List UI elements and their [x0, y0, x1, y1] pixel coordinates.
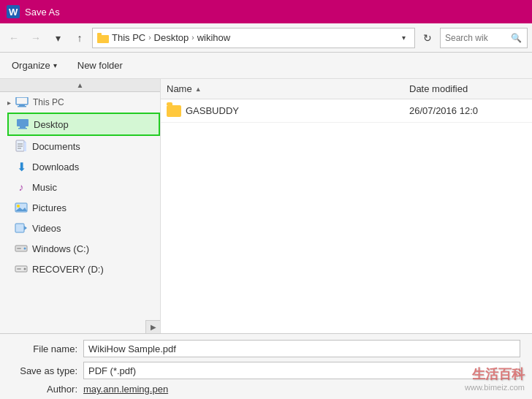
breadcrumb-desktop[interactable]: Desktop: [154, 32, 189, 43]
sidebar-item-downloads[interactable]: ⬇ Downloads: [7, 156, 160, 177]
author-value: may.ann.leming.pen: [83, 384, 168, 395]
recovery-drive-icon: [15, 262, 28, 276]
file-name: GASBUDDY: [186, 105, 239, 116]
breadcrumb-wikihow[interactable]: wikihow: [197, 32, 231, 43]
svg-rect-9: [18, 128, 27, 129]
file-list-header: Name ▲ Date modified: [161, 79, 532, 99]
svg-rect-19: [15, 224, 24, 232]
column-date-label: Date modified: [409, 83, 468, 94]
breadcrumb-bar[interactable]: This PC › Desktop › wikihow ▾: [92, 28, 415, 48]
toolbar: Organize ▾ New folder: [0, 53, 532, 79]
sidebar-scroll: ▸ This PC: [0, 92, 160, 333]
expand-icon: ▸: [7, 99, 11, 107]
sidebar-label-documents: Documents: [32, 141, 153, 152]
organize-dropdown-icon: ▾: [53, 61, 57, 69]
desktop-icon: [16, 118, 29, 131]
column-name[interactable]: Name ▲: [167, 83, 409, 94]
sidebar-label-downloads: Downloads: [32, 162, 153, 172]
svg-point-25: [24, 268, 26, 270]
organize-button[interactable]: Organize ▾: [7, 57, 61, 74]
refresh-icon: ↻: [423, 32, 432, 44]
sidebar: ▲ ▸ This PC: [0, 79, 161, 333]
file-name-label: File name:: [12, 343, 77, 354]
sidebar-label-pictures: Pictures: [32, 202, 153, 213]
up-button[interactable]: ↑: [70, 28, 89, 48]
breadcrumb-thispc[interactable]: This PC: [112, 32, 145, 43]
main-content: ▲ ▸ This PC: [0, 79, 532, 333]
sidebar-label-recovery-d: RECOVERY (D:): [32, 264, 153, 275]
search-input[interactable]: [445, 33, 511, 43]
new-folder-button[interactable]: New folder: [73, 57, 127, 74]
save-type-select[interactable]: PDF (*.pdf): [83, 362, 520, 379]
downloads-icon: ⬇: [15, 160, 28, 173]
sidebar-item-music[interactable]: ♪ Music: [7, 177, 160, 197]
sidebar-item-desktop[interactable]: Desktop: [7, 113, 160, 136]
svg-point-17: [17, 205, 20, 208]
title-bar: W Save As: [0, 0, 532, 23]
scroll-up-icon: ▲: [77, 81, 84, 89]
windows-drive-icon: [15, 242, 28, 255]
sidebar-item-recovery-d[interactable]: RECOVERY (D:): [7, 259, 160, 279]
svg-rect-6: [18, 106, 26, 107]
refresh-button[interactable]: ↻: [418, 28, 437, 48]
file-cell-date: 26/07/2016 12:0: [409, 105, 526, 116]
dropdown-arrow-icon: ▾: [56, 32, 61, 44]
chevron-icon-1: ›: [148, 34, 151, 42]
sort-asc-icon: ▲: [195, 86, 202, 93]
sidebar-item-documents[interactable]: Documents: [7, 136, 160, 156]
column-name-label: Name: [167, 83, 192, 94]
forward-button[interactable]: →: [26, 28, 45, 48]
column-date-modified[interactable]: Date modified: [409, 83, 526, 94]
sidebar-label-music: Music: [32, 182, 153, 193]
author-row: Author: may.ann.leming.pen: [12, 384, 520, 395]
svg-rect-4: [16, 97, 28, 104]
sidebar-scroll-right[interactable]: ▶: [145, 320, 160, 333]
sidebar-label-videos: Videos: [32, 223, 153, 234]
back-icon: ←: [9, 32, 19, 44]
author-label: Author:: [12, 384, 77, 395]
search-icon: 🔍: [511, 33, 522, 43]
table-row[interactable]: GASBUDDY 26/07/2016 12:0: [161, 99, 532, 123]
svg-rect-3: [97, 33, 102, 36]
save-type-row: Save as type: PDF (*.pdf): [12, 362, 520, 379]
file-name-row: File name:: [12, 340, 520, 357]
back-button[interactable]: ←: [4, 28, 23, 48]
pictures-icon: [15, 201, 28, 214]
breadcrumb-dropdown-icon[interactable]: ▾: [397, 28, 410, 48]
sidebar-label-windows-c: Windows (C:): [32, 243, 153, 254]
sidebar-item-pictures[interactable]: Pictures: [7, 197, 160, 218]
svg-rect-8: [20, 126, 26, 128]
recent-locations-button[interactable]: ▾: [48, 28, 67, 48]
organize-label: Organize: [12, 60, 50, 71]
folder-small-icon: [97, 33, 109, 43]
sidebar-label-this-pc: This PC: [33, 97, 153, 107]
svg-marker-11: [24, 140, 26, 142]
file-list-body: GASBUDDY 26/07/2016 12:0: [161, 99, 532, 333]
documents-icon: [15, 140, 28, 153]
sidebar-item-this-pc[interactable]: ▸ This PC: [0, 92, 160, 113]
window-title: Save As: [25, 7, 60, 18]
chevron-icon-2: ›: [191, 34, 194, 42]
save-type-label: Save as type:: [12, 365, 77, 376]
new-folder-label: New folder: [77, 60, 123, 71]
sidebar-item-windows-c[interactable]: Windows (C:): [7, 238, 160, 259]
svg-rect-26: [17, 268, 21, 270]
svg-rect-5: [19, 104, 25, 106]
svg-point-22: [24, 248, 26, 250]
sidebar-item-videos[interactable]: Videos: [7, 218, 160, 238]
svg-marker-20: [24, 226, 27, 230]
sidebar-scroll-up[interactable]: ▲: [0, 79, 160, 92]
file-list: Name ▲ Date modified GASBUDDY 26/07/2016…: [161, 79, 532, 333]
file-name-input[interactable]: [83, 340, 520, 357]
forward-icon: →: [31, 32, 41, 44]
search-box[interactable]: 🔍: [440, 28, 528, 48]
svg-text:W: W: [9, 7, 18, 18]
bottom-panel: File name: Save as type: PDF (*.pdf) Aut…: [0, 333, 532, 399]
file-cell-name: GASBUDDY: [167, 105, 409, 117]
up-icon: ↑: [77, 32, 83, 44]
svg-rect-2: [97, 35, 109, 43]
sidebar-label-desktop: Desktop: [34, 119, 151, 130]
app-icon: W: [6, 4, 20, 19]
scroll-right-icon: ▶: [151, 323, 156, 331]
svg-rect-23: [17, 248, 21, 249]
